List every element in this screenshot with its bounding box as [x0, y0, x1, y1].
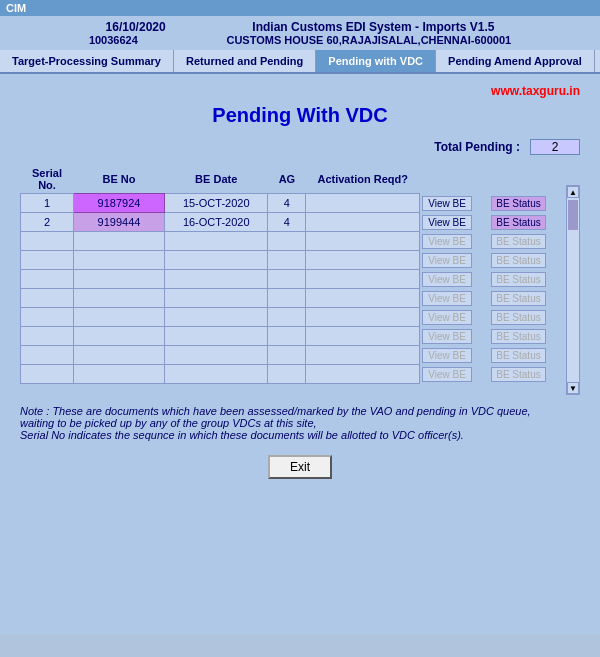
view-be-button-10[interactable]: View BE: [422, 367, 472, 382]
cell-beno-2: 9199444: [74, 213, 165, 232]
view-be-button-5[interactable]: View BE: [422, 272, 472, 287]
app-name: CIM: [6, 2, 26, 14]
header-location: CUSTOMS HOUSE 60,RAJAJISALAL,CHENNAI-600…: [226, 34, 511, 46]
table-row: View BE BE Status: [21, 346, 564, 365]
view-be-button-1[interactable]: View BE: [422, 196, 472, 211]
cell-activation-8: [306, 327, 420, 346]
view-be-button-8[interactable]: View BE: [422, 329, 472, 344]
watermark: www.taxguru.in: [20, 84, 580, 98]
cell-ag-8: [268, 327, 306, 346]
tab-pending-vdc[interactable]: Pending with VDC: [316, 50, 436, 72]
cell-bedate-5: [164, 270, 268, 289]
total-pending-row: Total Pending :: [20, 139, 580, 155]
view-be-button-6[interactable]: View BE: [422, 291, 472, 306]
cell-serial-9: [21, 346, 74, 365]
cell-ag-7: [268, 308, 306, 327]
cell-ag-5: [268, 270, 306, 289]
be-status-button-2[interactable]: BE Status: [491, 215, 546, 230]
table-row: 2 9199444 16-OCT-2020 4 View BE BE Statu…: [21, 213, 564, 232]
tab-returned-pending[interactable]: Returned and Pending: [174, 50, 316, 72]
cell-bedate-4: [164, 251, 268, 270]
note-line-3: Serial No indicates the sequnce in which…: [20, 429, 580, 441]
scroll-up-button[interactable]: ▲: [567, 186, 579, 198]
cell-ag-3: [268, 232, 306, 251]
title-bar: CIM: [0, 0, 600, 16]
be-status-button-3[interactable]: BE Status: [491, 234, 546, 249]
cell-bedate-9: [164, 346, 268, 365]
table-row: View BE BE Status: [21, 251, 564, 270]
col-bestatus: [489, 165, 564, 194]
table-row: View BE BE Status: [21, 289, 564, 308]
cell-beno-4: [74, 251, 165, 270]
be-status-button-4[interactable]: BE Status: [491, 253, 546, 268]
view-be-button-2[interactable]: View BE: [422, 215, 472, 230]
cell-ag-10: [268, 365, 306, 384]
cell-viewbe-1[interactable]: View BE: [420, 194, 489, 213]
cell-beno-5: [74, 270, 165, 289]
note-section: Note : These are documents which have be…: [20, 405, 580, 441]
be-status-button-9[interactable]: BE Status: [491, 348, 546, 363]
cell-activation-6: [306, 289, 420, 308]
cell-bedate-7: [164, 308, 268, 327]
table-wrapper: Serial No. BE No BE Date AG Activation R…: [20, 165, 580, 395]
exit-button[interactable]: Exit: [268, 455, 332, 479]
cell-bestatus-1[interactable]: BE Status: [489, 194, 564, 213]
header-date: 16/10/2020: [106, 20, 166, 34]
table-row: View BE BE Status: [21, 308, 564, 327]
table-row: View BE BE Status: [21, 365, 564, 384]
cell-bedate-2: 16-OCT-2020: [164, 213, 268, 232]
tab-target-processing[interactable]: Target-Processing Summary: [0, 50, 174, 72]
cell-beno-8: [74, 327, 165, 346]
note-line-2: waiting to be picked up by any of the gr…: [20, 417, 580, 429]
scrollbar[interactable]: ▲ ▼: [566, 185, 580, 395]
table-row: 1 9187924 15-OCT-2020 4 View BE BE Statu…: [21, 194, 564, 213]
view-be-button-9[interactable]: View BE: [422, 348, 472, 363]
view-be-button-3[interactable]: View BE: [422, 234, 472, 249]
cell-activation-5: [306, 270, 420, 289]
note-line-1: Note : These are documents which have be…: [20, 405, 580, 417]
cell-serial-8: [21, 327, 74, 346]
cell-activation-1: [306, 194, 420, 213]
cell-serial-2: 2: [21, 213, 74, 232]
be-status-button-6[interactable]: BE Status: [491, 291, 546, 306]
cell-beno-7: [74, 308, 165, 327]
view-be-button-4[interactable]: View BE: [422, 253, 472, 268]
be-status-button-10[interactable]: BE Status: [491, 367, 546, 382]
cell-ag-2: 4: [268, 213, 306, 232]
total-pending-label: Total Pending :: [434, 140, 520, 154]
cell-viewbe-2[interactable]: View BE: [420, 213, 489, 232]
cell-ag-6: [268, 289, 306, 308]
main-table: Serial No. BE No BE Date AG Activation R…: [20, 165, 564, 384]
col-activation: Activation Reqd?: [306, 165, 420, 194]
cell-bedate-10: [164, 365, 268, 384]
cell-serial-1: 1: [21, 194, 74, 213]
total-pending-input[interactable]: [530, 139, 580, 155]
col-bedate: BE Date: [164, 165, 268, 194]
exit-row: Exit: [20, 455, 580, 479]
header-system: Indian Customs EDI System - Imports V1.5: [252, 20, 494, 34]
cell-serial-10: [21, 365, 74, 384]
tab-pending-amend[interactable]: Pending Amend Approval: [436, 50, 595, 72]
view-be-button-7[interactable]: View BE: [422, 310, 472, 325]
be-status-button-1[interactable]: BE Status: [491, 196, 546, 211]
cell-beno-10: [74, 365, 165, 384]
cell-bestatus-2[interactable]: BE Status: [489, 213, 564, 232]
cell-activation-9: [306, 346, 420, 365]
table-row: View BE BE Status: [21, 270, 564, 289]
cell-beno-1: 9187924: [74, 194, 165, 213]
be-status-button-5[interactable]: BE Status: [491, 272, 546, 287]
cell-ag-4: [268, 251, 306, 270]
col-viewbe: [420, 165, 489, 194]
cell-bedate-1: 15-OCT-2020: [164, 194, 268, 213]
tabs-bar: Target-Processing Summary Returned and P…: [0, 50, 600, 74]
scroll-thumb[interactable]: [568, 200, 578, 230]
cell-activation-4: [306, 251, 420, 270]
cell-serial-5: [21, 270, 74, 289]
col-serial: Serial No.: [21, 165, 74, 194]
be-status-button-8[interactable]: BE Status: [491, 329, 546, 344]
header-info: 16/10/2020 Indian Customs EDI System - I…: [0, 16, 600, 50]
be-status-button-7[interactable]: BE Status: [491, 310, 546, 325]
scroll-down-button[interactable]: ▼: [567, 382, 579, 394]
col-ag: AG: [268, 165, 306, 194]
tab-proce[interactable]: Proce: [595, 50, 600, 72]
